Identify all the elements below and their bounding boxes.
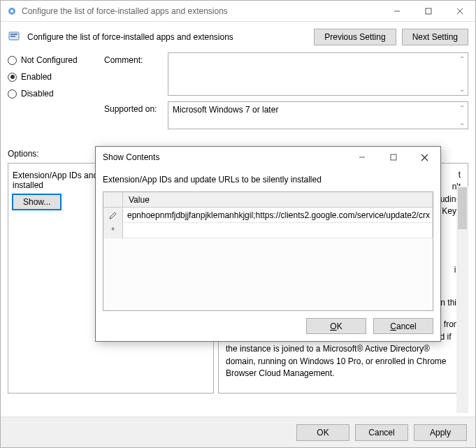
scroll-down-icon[interactable]: ⌄: [456, 83, 468, 95]
show-contents-dialog: Show Contents Extension/App IDs and upda…: [95, 146, 441, 342]
grid-row[interactable]: epnhoepnmfjdbjjfanpjklemanhkjgil;https:/…: [103, 208, 433, 223]
window-title: Configure the list of force-installed ap…: [22, 6, 381, 16]
header-row: Configure the list of force-installed ap…: [1, 22, 475, 52]
supported-on-value: Microsoft Windows 7 or later: [173, 105, 278, 115]
minimize-button[interactable]: [381, 1, 412, 22]
grid-row[interactable]: *: [103, 223, 433, 238]
modal-prompt: Extension/App IDs and update URLs to be …: [103, 175, 433, 185]
grid-empty-area: [103, 238, 433, 310]
radio-enabled[interactable]: Enabled: [8, 72, 99, 82]
modal-titlebar: Show Contents: [96, 147, 440, 168]
radio-icon: [8, 73, 17, 82]
header-title: Configure the list of force-installed ap…: [27, 32, 308, 42]
body-area: Not Configured Enabled Disabled Comment:…: [1, 52, 475, 142]
comment-label: Comment:: [104, 52, 164, 96]
radio-disabled[interactable]: Disabled: [8, 89, 99, 99]
modal-minimize-button[interactable]: [346, 147, 377, 168]
new-row-icon: *: [103, 223, 123, 238]
ok-button[interactable]: OK: [296, 424, 349, 441]
svg-point-1: [10, 10, 13, 13]
radio-label: Enabled: [21, 72, 52, 82]
comment-textarea[interactable]: ⌃ ⌄: [168, 52, 468, 96]
radio-label: Not Configured: [21, 55, 78, 65]
modal-close-button[interactable]: [409, 147, 440, 168]
radio-icon: [8, 89, 17, 99]
previous-setting-button[interactable]: Previous Setting: [314, 29, 396, 45]
supported-label: Supported on:: [104, 101, 164, 129]
window-titlebar: Configure the list of force-installed ap…: [1, 1, 475, 22]
modal-body: Extension/App IDs and update URLs to be …: [96, 168, 440, 341]
radio-label: Disabled: [21, 89, 54, 99]
right-column: Comment: ⌃ ⌄ Supported on: Microsoft Win…: [104, 52, 468, 135]
dialog-footer: OK Cancel Apply: [1, 417, 475, 447]
modal-maximize-button[interactable]: [377, 147, 409, 168]
scroll-down-icon[interactable]: ⌄: [456, 117, 468, 129]
scrollbar-thumb[interactable]: [458, 187, 467, 229]
modal-footer: OK Cancel: [103, 311, 433, 334]
grid-cell-value: epnhoepnmfjdbjjfanpjklemanhkjgil;https:/…: [127, 210, 430, 220]
grid-header-row: Value: [103, 192, 433, 208]
svg-rect-8: [10, 36, 15, 37]
scroll-up-icon[interactable]: ⌃: [456, 53, 468, 65]
show-button[interactable]: Show...: [13, 194, 61, 210]
modal-title: Show Contents: [103, 152, 346, 162]
pencil-icon: [103, 208, 123, 223]
grid-cell[interactable]: [123, 223, 433, 238]
supported-on-box: Microsoft Windows 7 or later ⌃ ⌄: [168, 101, 468, 129]
policy-icon: [8, 30, 22, 44]
next-setting-button[interactable]: Next Setting: [402, 29, 468, 45]
modal-ok-button[interactable]: OK: [306, 318, 366, 334]
grid-column-header[interactable]: Value: [123, 192, 433, 207]
svg-rect-10: [391, 154, 396, 160]
value-grid[interactable]: Value epnhoepnmfjdbjjfanpjklemanhkjgil;h…: [103, 192, 433, 311]
app-icon: [6, 6, 17, 17]
radio-icon: [8, 56, 17, 65]
apply-button[interactable]: Apply: [414, 424, 467, 441]
modal-cancel-button[interactable]: Cancel: [373, 318, 433, 334]
close-button[interactable]: [444, 1, 475, 22]
radio-not-configured[interactable]: Not Configured: [8, 55, 99, 65]
help-scrollbar[interactable]: [456, 186, 468, 413]
svg-rect-7: [10, 34, 17, 35]
state-radio-group: Not Configured Enabled Disabled: [8, 52, 99, 135]
scroll-up-icon[interactable]: ⌃: [456, 102, 468, 114]
maximize-button[interactable]: [412, 1, 444, 22]
svg-rect-3: [426, 8, 431, 14]
grid-cell[interactable]: epnhoepnmfjdbjjfanpjklemanhkjgil;https:/…: [123, 208, 433, 223]
cancel-button[interactable]: Cancel: [355, 424, 408, 441]
window-buttons: [381, 1, 475, 22]
grid-corner: [103, 192, 123, 207]
